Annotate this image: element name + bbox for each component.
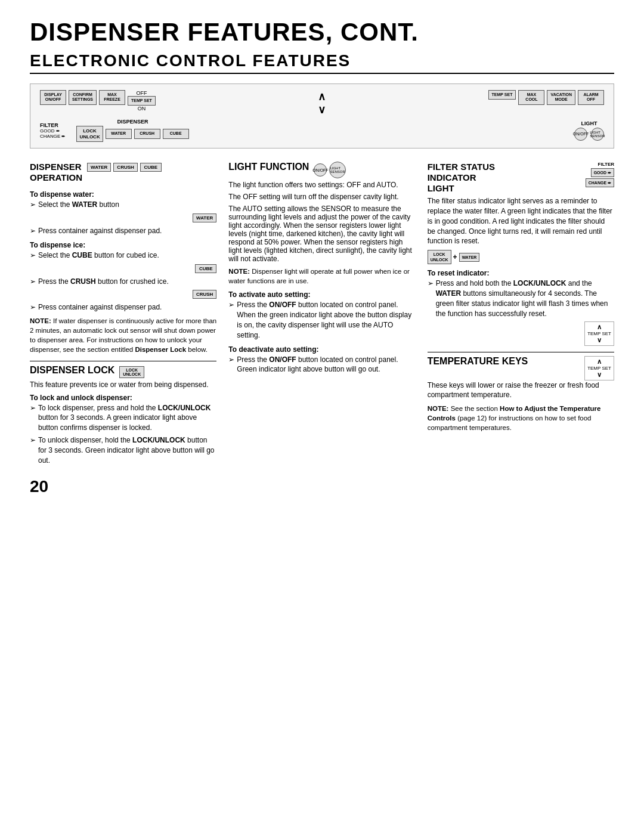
lock-unlock-reset-btn: LOCK UNLOCK [428,250,451,264]
dispenser-lock-title: DISPENSER LOCK [30,365,114,376]
middle-column: LIGHT FUNCTION ON/OFF LIGHT SENSOR The l… [228,162,415,377]
dispenser-operation-title: DISPENSEROPERATION [30,162,82,183]
on-off-circle-btn: ON/OFF [574,128,587,141]
alarm-off-btn: ALARM OFF [578,90,604,105]
ice-bullet1: ➢ Select the CUBE button for cubed ice. [30,250,216,261]
deactivate-auto-label: To deactivate auto setting: [228,345,415,354]
onoff-circle-inline: ON/OFF [314,163,327,177]
filter-status-title: FILTER STATUSINDICATORLIGHT [428,162,495,194]
water-reset-btn: WATER [459,253,480,262]
cube-inline-btn: CUBE [140,163,162,172]
water-inline-btn: WATER [87,163,111,172]
crush-inline-btn: CRUSH [113,163,137,172]
light-fn-desc2: The OFF setting will turn off the dispen… [228,193,415,201]
water-btn-panel: WATER [106,129,132,138]
temp-set-btn-left: TEMP SET [128,96,156,106]
left-column: DISPENSEROPERATION WATER CRUSH CUBE To d… [30,162,216,496]
max-cool-btn: MAX COOL [518,90,544,105]
deactivate-bullet1: ➢ Press the ON/OFF button located on con… [228,355,415,375]
control-panel-diagram: DISPLAY ON/OFF CONFIRM SETTINGS MAX FREE… [30,83,614,148]
lock-unlock-btn: LOCK UNLOCK [76,126,103,142]
crush-btn-panel: CRUSH [134,129,160,138]
light-fn-desc1: The light function offers two settings: … [228,181,415,189]
reset-bullet1: ➢ Press and hold both the LOCK/UNLOCK an… [428,279,614,318]
temp-set-btn-right: TEMP SET [488,90,516,100]
cube-single-btn: CUBE [195,264,216,273]
max-freeze-btn: MAX FREEZE [99,90,125,105]
page-number: 20 [30,477,216,496]
page-title: Dispenser Features, Cont. [30,18,614,47]
temp-keys-note: NOTE: See the section How to Adjust the … [428,404,614,432]
activate-auto-label: To activate auto setting: [228,290,415,299]
ice-bullet3: ➢ Press container against dispenser pad. [30,302,216,312]
light-function-title: LIGHT FUNCTION [228,162,309,172]
display-onoff-btn: DISPLAY ON/OFF [40,90,66,105]
water-bullet1: ➢ Select the WATER button [30,200,216,210]
vacation-mode-btn: VACATION MODE [547,90,575,105]
cube-btn-panel: CUBE [163,129,189,138]
dispense-water-label: To dispense water: [30,190,216,199]
reset-indicator-label: To reset indicator: [428,269,614,277]
activate-bullet1: ➢ Press the ON/OFF button located on con… [228,300,415,340]
lock-unlock-inline-btn: LOCK UNLOCK [119,366,144,378]
light-sensor-btn: LIGHT SENSOR [591,128,604,141]
ice-bullet2: ➢ Press the CRUSH button for crushed ice… [30,277,216,287]
dispense-ice-label: To dispense ice: [30,241,216,249]
right-column: FILTER STATUSINDICATORLIGHT FILTER GOOD … [428,162,614,436]
light-fn-note: NOTE: Dispenser light will operate at fu… [228,267,415,286]
lock-sub1: To lock and unlock dispenser: [30,394,216,402]
water-bullet2: ➢ Press container against dispenser pad. [30,226,216,236]
temp-keys-title: TEMPERATURE KEYS [428,356,528,367]
dispenser-lock-desc: This feature prevents ice or water from … [30,380,216,389]
sensor-circle-inline: LIGHT SENSOR [329,162,346,178]
light-fn-desc3: The AUTO setting allows the SENSOR to me… [228,205,415,263]
temp-keys-desc: These keys will lower or raise the freez… [428,380,614,401]
crush-single-btn: CRUSH [193,290,216,299]
water-single-btn: WATER [193,213,216,222]
filter-status-desc: The filter status indicator light serves… [428,196,614,246]
dispenser-note: NOTE: If water dispenser is continuously… [30,316,216,354]
lock-bullet2: ➢ To unlock dispenser, hold the LOCK/UNL… [30,435,216,465]
section-title: Electronic Control Features [30,51,614,74]
confirm-settings-btn: CONFIRM SETTINGS [69,90,97,105]
lock-bullet1: ➢ To lock dispenser, press and hold the … [30,403,216,433]
filter-good-inline: GOOD ➨ [591,168,614,177]
filter-change-inline: CHANGE ➨ [586,178,614,187]
